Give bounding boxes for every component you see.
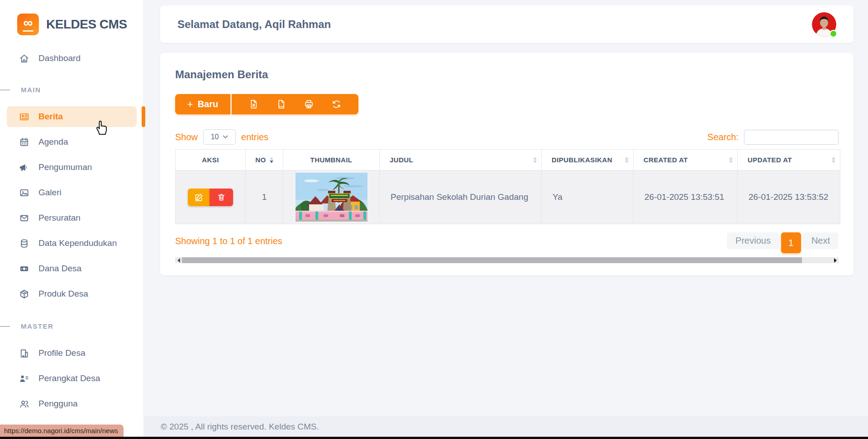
col-header-created-at[interactable]: CREATED AT — [634, 150, 738, 170]
entries-label: entries — [241, 132, 268, 142]
sidebar-item-label: Profile Desa — [38, 348, 86, 358]
sidebar-item-label: Pengguna — [38, 399, 78, 409]
sidebar-item-perangkat-desa[interactable]: Perangkat Desa — [7, 368, 137, 389]
show-label: Show — [175, 132, 198, 142]
svg-text:csv: csv — [279, 105, 283, 108]
person-list-icon — [19, 373, 29, 384]
table-controls: Show 10 entries Search: — [175, 129, 839, 145]
delete-button[interactable] — [210, 189, 233, 206]
sidebar-item-profile-desa[interactable]: Profile Desa — [7, 343, 137, 363]
home-icon — [19, 53, 29, 64]
sidebar-section-main: MAIN — [7, 86, 137, 94]
export-excel-icon[interactable] — [248, 99, 259, 110]
megaphone-icon — [19, 162, 29, 173]
sidebar-item-label: Dashboard — [38, 53, 81, 63]
calendar-icon — [19, 137, 29, 147]
users-icon — [19, 398, 29, 409]
sort-icon — [270, 157, 273, 163]
page-footer: © 2025 , All rights reserved. Keldes CMS… — [144, 416, 868, 437]
next-page-button[interactable]: Next — [803, 232, 839, 249]
export-button-group: csv — [232, 94, 358, 114]
horizontal-scrollbar[interactable] — [175, 257, 839, 263]
sidebar-item-pengumuman[interactable]: Pengumuman — [7, 157, 137, 178]
sidebar: ∞ KELDES CMS Dashboard MAIN Berita Agend… — [0, 0, 144, 439]
table-footer: Showing 1 to 1 of 1 entries Previous 1 N… — [175, 232, 839, 253]
edit-button[interactable] — [188, 189, 210, 206]
image-icon — [19, 187, 29, 198]
panel-title: Manajemen Berita — [175, 53, 839, 81]
col-header-thumbnail[interactable]: THUMBNAIL — [283, 150, 380, 170]
sidebar-item-label: Pengumuman — [38, 162, 92, 172]
sort-icon — [625, 157, 629, 163]
building-icon — [19, 348, 29, 359]
sidebar-item-label: Dana Desa — [38, 264, 81, 274]
sidebar-item-dashboard[interactable]: Dashboard — [7, 48, 137, 69]
sidebar-item-pengguna[interactable]: Pengguna — [7, 393, 137, 414]
berita-table: AKSI NO THUMBNAIL JUDUL DIPUBLIKASIKAN C… — [175, 149, 840, 224]
cell-no: 1 — [246, 170, 283, 224]
table-row: 1 — [176, 170, 840, 224]
sidebar-item-label: Produk Desa — [38, 289, 88, 299]
sidebar-item-label: Persuratan — [38, 213, 81, 223]
previous-page-button[interactable]: Previous — [727, 232, 779, 249]
sidebar-item-persuratan[interactable]: Persuratan — [7, 208, 137, 228]
col-header-aksi[interactable]: AKSI — [176, 150, 246, 170]
online-status-dot — [830, 30, 837, 38]
thumbnail-image — [296, 173, 367, 222]
copyright-text: © 2025 , All rights reserved. Keldes CMS… — [161, 422, 319, 432]
newspaper-icon — [19, 111, 29, 122]
sidebar-item-label: Galeri — [38, 188, 62, 198]
sidebar-item-berita[interactable]: Berita — [7, 106, 137, 127]
refresh-icon[interactable] — [331, 99, 342, 110]
envelope-icon — [19, 212, 29, 223]
sidebar-nav: Dashboard MAIN Berita Agenda Pengumuman — [0, 48, 143, 414]
cell-judul: Perpisahan Sekolah Durian Gadang — [380, 170, 542, 224]
brand-name: KELDES CMS — [46, 17, 127, 32]
sidebar-item-label: Berita — [38, 112, 63, 122]
new-button[interactable]: + Baru — [175, 94, 230, 114]
package-icon — [19, 288, 29, 299]
welcome-text: Selamat Datang, Aqil Rahman — [177, 18, 331, 31]
page-length-select[interactable]: 10 — [203, 129, 236, 145]
pagination: Previous 1 Next — [727, 232, 839, 253]
sidebar-item-dana-desa[interactable]: Dana Desa — [7, 258, 137, 279]
pencil-square-icon — [194, 193, 204, 202]
money-icon — [19, 263, 29, 274]
cell-updated-at: 26-01-2025 13:53:52 — [738, 170, 840, 224]
brand[interactable]: ∞ KELDES CMS — [0, 0, 143, 35]
scrollbar-thumb[interactable] — [182, 257, 802, 263]
cell-dipublikasikan: Ya — [542, 170, 634, 224]
plus-icon: + — [187, 99, 193, 109]
top-header: Selamat Datang, Aqil Rahman — [160, 5, 854, 43]
keldes-logo-icon: ∞ — [17, 14, 39, 35]
sidebar-item-produk-desa[interactable]: Produk Desa — [7, 283, 137, 304]
scroll-right-arrow-icon[interactable] — [832, 257, 839, 263]
toolbar: + Baru csv — [175, 94, 839, 114]
col-header-dipublikasikan[interactable]: DIPUBLIKASIKAN — [542, 150, 634, 170]
col-header-no[interactable]: NO — [246, 150, 283, 170]
manajemen-berita-panel: Manajemen Berita + Baru csv Show 10 — [160, 53, 854, 275]
chevron-down-icon — [223, 135, 228, 139]
user-avatar[interactable] — [812, 12, 836, 37]
sidebar-item-label: Data Kependudukan — [38, 238, 117, 248]
print-icon[interactable] — [303, 99, 314, 110]
sidebar-item-label: Agenda — [38, 137, 68, 147]
current-page-button[interactable]: 1 — [781, 232, 801, 253]
export-csv-icon[interactable]: csv — [276, 99, 287, 110]
sidebar-item-data-kependudukan[interactable]: Data Kependudukan — [7, 233, 137, 254]
sidebar-item-galeri[interactable]: Galeri — [7, 182, 137, 203]
search-input[interactable] — [744, 130, 839, 145]
search-label: Search: — [707, 132, 739, 142]
col-header-updated-at[interactable]: UPDATED AT — [738, 150, 840, 170]
entries-info: Showing 1 to 1 of 1 entries — [175, 232, 282, 246]
link-status-bar: https://demo.nagori.id/cms/main/news — [0, 425, 124, 437]
sidebar-section-master: MASTER — [7, 322, 137, 330]
scroll-left-arrow-icon[interactable] — [175, 257, 182, 263]
trash-icon — [217, 193, 226, 202]
database-icon — [19, 238, 29, 249]
sidebar-item-label: Perangkat Desa — [38, 373, 100, 383]
bottom-edge-bar — [0, 437, 868, 439]
sidebar-item-agenda[interactable]: Agenda — [7, 132, 137, 152]
cell-created-at: 26-01-2025 13:53:51 — [634, 170, 738, 224]
col-header-judul[interactable]: JUDUL — [380, 150, 542, 170]
